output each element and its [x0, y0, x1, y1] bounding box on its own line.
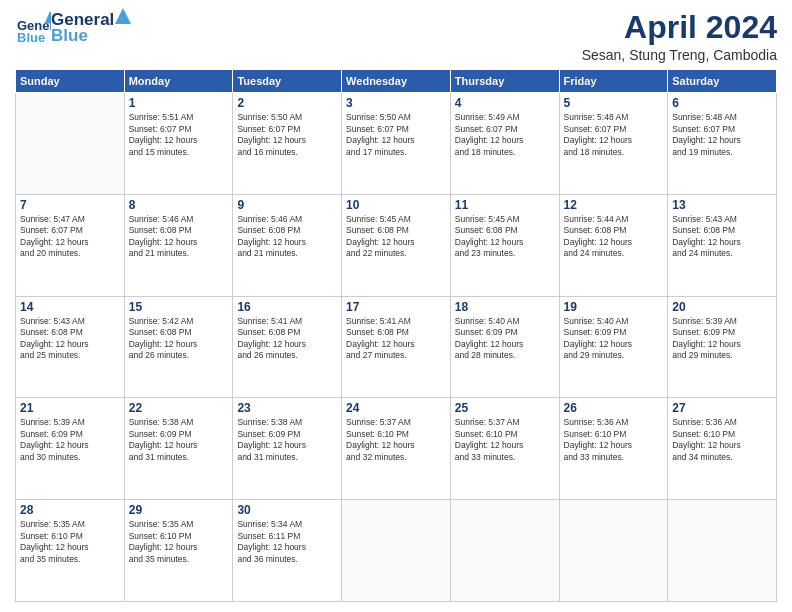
logo-text-block: General Blue: [51, 10, 131, 46]
col-friday: Friday: [559, 70, 668, 93]
calendar-cell: 11Sunrise: 5:45 AMSunset: 6:08 PMDayligh…: [450, 194, 559, 296]
calendar-week-row: 1Sunrise: 5:51 AMSunset: 6:07 PMDaylight…: [16, 93, 777, 195]
day-info: Sunrise: 5:46 AMSunset: 6:08 PMDaylight:…: [237, 214, 337, 260]
day-number: 12: [564, 198, 664, 212]
calendar-week-row: 7Sunrise: 5:47 AMSunset: 6:07 PMDaylight…: [16, 194, 777, 296]
day-number: 28: [20, 503, 120, 517]
header: General Blue General Blue April 2024 Ses…: [15, 10, 777, 63]
day-number: 16: [237, 300, 337, 314]
day-number: 15: [129, 300, 229, 314]
day-number: 7: [20, 198, 120, 212]
calendar-cell: 30Sunrise: 5:34 AMSunset: 6:11 PMDayligh…: [233, 500, 342, 602]
calendar-cell: [342, 500, 451, 602]
day-info: Sunrise: 5:46 AMSunset: 6:08 PMDaylight:…: [129, 214, 229, 260]
day-info: Sunrise: 5:47 AMSunset: 6:07 PMDaylight:…: [20, 214, 120, 260]
calendar-cell: 16Sunrise: 5:41 AMSunset: 6:08 PMDayligh…: [233, 296, 342, 398]
day-info: Sunrise: 5:39 AMSunset: 6:09 PMDaylight:…: [672, 316, 772, 362]
day-number: 30: [237, 503, 337, 517]
day-info: Sunrise: 5:48 AMSunset: 6:07 PMDaylight:…: [672, 112, 772, 158]
day-number: 8: [129, 198, 229, 212]
calendar-week-row: 21Sunrise: 5:39 AMSunset: 6:09 PMDayligh…: [16, 398, 777, 500]
subtitle: Sesan, Stung Treng, Cambodia: [582, 47, 777, 63]
day-number: 2: [237, 96, 337, 110]
day-info: Sunrise: 5:39 AMSunset: 6:09 PMDaylight:…: [20, 417, 120, 463]
calendar-cell: 23Sunrise: 5:38 AMSunset: 6:09 PMDayligh…: [233, 398, 342, 500]
day-number: 4: [455, 96, 555, 110]
day-info: Sunrise: 5:50 AMSunset: 6:07 PMDaylight:…: [346, 112, 446, 158]
calendar-cell: 26Sunrise: 5:36 AMSunset: 6:10 PMDayligh…: [559, 398, 668, 500]
calendar-cell: 21Sunrise: 5:39 AMSunset: 6:09 PMDayligh…: [16, 398, 125, 500]
day-number: 13: [672, 198, 772, 212]
svg-marker-3: [115, 8, 131, 24]
day-number: 25: [455, 401, 555, 415]
col-saturday: Saturday: [668, 70, 777, 93]
calendar-cell: 29Sunrise: 5:35 AMSunset: 6:10 PMDayligh…: [124, 500, 233, 602]
day-info: Sunrise: 5:51 AMSunset: 6:07 PMDaylight:…: [129, 112, 229, 158]
calendar-cell: [450, 500, 559, 602]
day-number: 21: [20, 401, 120, 415]
day-number: 22: [129, 401, 229, 415]
calendar-cell: 17Sunrise: 5:41 AMSunset: 6:08 PMDayligh…: [342, 296, 451, 398]
calendar-cell: [668, 500, 777, 602]
day-info: Sunrise: 5:37 AMSunset: 6:10 PMDaylight:…: [346, 417, 446, 463]
day-number: 9: [237, 198, 337, 212]
main-title: April 2024: [582, 10, 777, 45]
day-info: Sunrise: 5:36 AMSunset: 6:10 PMDaylight:…: [672, 417, 772, 463]
day-info: Sunrise: 5:43 AMSunset: 6:08 PMDaylight:…: [20, 316, 120, 362]
day-info: Sunrise: 5:45 AMSunset: 6:08 PMDaylight:…: [346, 214, 446, 260]
calendar-cell: 19Sunrise: 5:40 AMSunset: 6:09 PMDayligh…: [559, 296, 668, 398]
calendar-cell: 28Sunrise: 5:35 AMSunset: 6:10 PMDayligh…: [16, 500, 125, 602]
day-number: 17: [346, 300, 446, 314]
calendar-week-row: 14Sunrise: 5:43 AMSunset: 6:08 PMDayligh…: [16, 296, 777, 398]
day-info: Sunrise: 5:35 AMSunset: 6:10 PMDaylight:…: [129, 519, 229, 565]
day-number: 19: [564, 300, 664, 314]
calendar-cell: 7Sunrise: 5:47 AMSunset: 6:07 PMDaylight…: [16, 194, 125, 296]
calendar-cell: 9Sunrise: 5:46 AMSunset: 6:08 PMDaylight…: [233, 194, 342, 296]
calendar-cell: 20Sunrise: 5:39 AMSunset: 6:09 PMDayligh…: [668, 296, 777, 398]
day-number: 27: [672, 401, 772, 415]
day-info: Sunrise: 5:45 AMSunset: 6:08 PMDaylight:…: [455, 214, 555, 260]
calendar-cell: 8Sunrise: 5:46 AMSunset: 6:08 PMDaylight…: [124, 194, 233, 296]
calendar-cell: 1Sunrise: 5:51 AMSunset: 6:07 PMDaylight…: [124, 93, 233, 195]
day-number: 24: [346, 401, 446, 415]
day-info: Sunrise: 5:44 AMSunset: 6:08 PMDaylight:…: [564, 214, 664, 260]
day-info: Sunrise: 5:36 AMSunset: 6:10 PMDaylight:…: [564, 417, 664, 463]
col-thursday: Thursday: [450, 70, 559, 93]
day-info: Sunrise: 5:35 AMSunset: 6:10 PMDaylight:…: [20, 519, 120, 565]
day-number: 5: [564, 96, 664, 110]
day-info: Sunrise: 5:43 AMSunset: 6:08 PMDaylight:…: [672, 214, 772, 260]
calendar-cell: 27Sunrise: 5:36 AMSunset: 6:10 PMDayligh…: [668, 398, 777, 500]
svg-text:Blue: Blue: [17, 30, 45, 45]
col-sunday: Sunday: [16, 70, 125, 93]
day-number: 26: [564, 401, 664, 415]
logo-icon: General Blue: [15, 10, 51, 46]
calendar-cell: 14Sunrise: 5:43 AMSunset: 6:08 PMDayligh…: [16, 296, 125, 398]
col-wednesday: Wednesday: [342, 70, 451, 93]
calendar-cell: 18Sunrise: 5:40 AMSunset: 6:09 PMDayligh…: [450, 296, 559, 398]
day-info: Sunrise: 5:41 AMSunset: 6:08 PMDaylight:…: [346, 316, 446, 362]
day-number: 11: [455, 198, 555, 212]
calendar-cell: 22Sunrise: 5:38 AMSunset: 6:09 PMDayligh…: [124, 398, 233, 500]
calendar-cell: 5Sunrise: 5:48 AMSunset: 6:07 PMDaylight…: [559, 93, 668, 195]
day-number: 10: [346, 198, 446, 212]
day-number: 18: [455, 300, 555, 314]
calendar-cell: 2Sunrise: 5:50 AMSunset: 6:07 PMDaylight…: [233, 93, 342, 195]
calendar-cell: 4Sunrise: 5:49 AMSunset: 6:07 PMDaylight…: [450, 93, 559, 195]
day-info: Sunrise: 5:37 AMSunset: 6:10 PMDaylight:…: [455, 417, 555, 463]
day-info: Sunrise: 5:40 AMSunset: 6:09 PMDaylight:…: [455, 316, 555, 362]
day-info: Sunrise: 5:34 AMSunset: 6:11 PMDaylight:…: [237, 519, 337, 565]
day-info: Sunrise: 5:50 AMSunset: 6:07 PMDaylight:…: [237, 112, 337, 158]
calendar-cell: [559, 500, 668, 602]
day-info: Sunrise: 5:38 AMSunset: 6:09 PMDaylight:…: [237, 417, 337, 463]
calendar-cell: 6Sunrise: 5:48 AMSunset: 6:07 PMDaylight…: [668, 93, 777, 195]
day-info: Sunrise: 5:48 AMSunset: 6:07 PMDaylight:…: [564, 112, 664, 158]
day-number: 1: [129, 96, 229, 110]
calendar-cell: 25Sunrise: 5:37 AMSunset: 6:10 PMDayligh…: [450, 398, 559, 500]
calendar-week-row: 28Sunrise: 5:35 AMSunset: 6:10 PMDayligh…: [16, 500, 777, 602]
logo: General Blue General Blue: [15, 10, 131, 46]
logo-triangle-icon: [115, 8, 131, 24]
title-block: April 2024 Sesan, Stung Treng, Cambodia: [582, 10, 777, 63]
day-info: Sunrise: 5:38 AMSunset: 6:09 PMDaylight:…: [129, 417, 229, 463]
calendar-cell: 13Sunrise: 5:43 AMSunset: 6:08 PMDayligh…: [668, 194, 777, 296]
calendar-header-row: Sunday Monday Tuesday Wednesday Thursday…: [16, 70, 777, 93]
